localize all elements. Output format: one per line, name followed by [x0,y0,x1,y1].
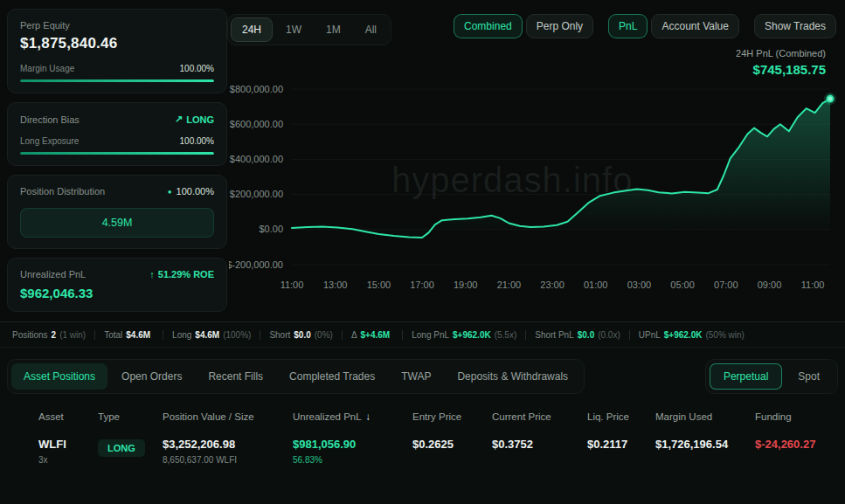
trend-up-icon: ↗ [175,114,183,125]
tab-deposits-withdrawals[interactable]: Deposits & Withdrawals [445,363,580,390]
long-exposure-value: 100.00% [180,136,214,146]
svg-text:$600,000.00: $600,000.00 [230,119,283,129]
svg-text:11:00: 11:00 [281,280,304,290]
tab-recent-fills[interactable]: Recent Fills [196,363,275,390]
market-tab-spot[interactable]: Spot [784,363,834,390]
svg-text:23:00: 23:00 [540,280,564,290]
range-tab-1m[interactable]: 1M [315,17,352,42]
positions-section: hyperdash Positions 2 (1 win) Total $4.6… [0,321,845,504]
cell-liq-price: $0.2117 [587,438,655,451]
cell-current-price: $0.3752 [492,438,587,451]
perp-equity-label: Perp Equity [20,20,214,31]
pnl-chart[interactable]: $800,000.00$600,000.00$400,000.00$200,00… [229,70,840,302]
toggle-perp-only[interactable]: Perp Only [526,14,593,38]
svg-text:15:00: 15:00 [367,280,391,290]
market-tab-perpetual[interactable]: Perpetual [710,363,782,390]
col-funding[interactable]: Funding [755,411,831,422]
svg-text:05:00: 05:00 [670,280,695,290]
col-position-value[interactable]: Position Value / Size [163,411,293,422]
margin-usage-label: Margin Usage [20,64,74,73]
tab-twap[interactable]: TWAP [389,363,443,390]
range-tab-all[interactable]: All [354,17,388,42]
svg-text:21:00: 21:00 [497,280,522,290]
account-summary-sidebar: Perp Equity $1,875,840.46 Margin Usage 1… [7,9,227,312]
cell-position-value: $3,252,206.98 8,650,637.00 WLFI [163,438,293,465]
position-distribution-value: ● 100.00% [168,186,214,197]
col-asset[interactable]: Asset [38,411,98,422]
tab-open-orders[interactable]: Open Orders [109,363,194,390]
stat-total: Total $4.6M [95,330,163,340]
direction-bias-value: ↗ LONG [175,114,214,125]
svg-text:03:00: 03:00 [627,280,652,290]
svg-text:11:00: 11:00 [801,280,825,290]
stat-positions: Positions 2 (1 win) [12,330,95,340]
col-type[interactable]: Type [98,411,163,422]
stat-short-pnl: Short PnL $0.0 (0.0x) [526,330,630,340]
range-tab-1w[interactable]: 1W [274,17,313,42]
position-row[interactable]: WLFI 3x LONG $3,252,206.98 8,650,637.00 … [38,438,831,465]
toggle-pnl[interactable]: PnL [608,14,648,38]
col-current-price[interactable]: Current Price [492,411,587,422]
sort-desc-icon: ↓ [365,411,371,422]
pnl-chart-canvas[interactable]: $800,000.00$600,000.00$400,000.00$200,00… [229,70,840,302]
roe-value: ↑ 51.29% ROE [149,269,214,280]
svg-text:09:00: 09:00 [758,280,782,290]
tab-completed-trades[interactable]: Completed Trades [277,363,387,390]
perp-equity-card: Perp Equity $1,875,840.46 Margin Usage 1… [7,9,227,93]
svg-text:17:00: 17:00 [410,280,434,290]
chart-toggles: Combined Perp Only PnL Account Value Sho… [454,14,836,38]
toggle-account-value[interactable]: Account Value [651,14,739,38]
direction-bias-card: Direction Bias ↗ LONG Long Exposure 100.… [7,102,227,166]
long-badge: LONG [98,439,145,457]
positions-table-header: Asset Type Position Value / Size Unreali… [38,404,831,431]
positions-stats-bar: Positions 2 (1 win) Total $4.6M Long $4.… [0,322,845,348]
col-liq-price[interactable]: Liq. Price [587,411,655,422]
stat-upnl: UPnL $+962.0K (50% win) [630,330,753,340]
position-distribution-label: Position Distribution [20,186,105,197]
position-size-button[interactable]: 4.59M [20,208,214,238]
stat-long: Long $4.6M (100%) [163,330,260,340]
cell-unrealized-pnl: $981,056.90 56.83% [293,438,412,465]
stat-delta: Δ $+4.6M [343,330,403,340]
margin-usage-bar-fill [20,79,214,82]
col-entry-price[interactable]: Entry Price [412,411,492,422]
svg-text:07:00: 07:00 [714,280,738,290]
long-exposure-label: Long Exposure [20,136,79,146]
cell-funding: $-24,260.27 [755,438,831,451]
unrealized-pnl-value: $962,046.33 [20,286,214,300]
margin-usage-bar [20,79,214,82]
time-range-tabs: 24H 1W 1M All [227,14,391,45]
pnl-summary-label: 24H PnL (Combined) [736,48,826,59]
positions-tab-group: Asset Positions Open Orders Recent Fills… [7,359,585,394]
toggle-show-trades[interactable]: Show Trades [754,14,836,38]
perp-equity-value: $1,875,840.46 [20,35,214,52]
toggle-combined[interactable]: Combined [454,14,523,38]
positions-table: Asset Type Position Value / Size Unreali… [0,404,845,465]
svg-text:19:00: 19:00 [454,280,478,290]
stat-long-pnl: Long PnL $+962.0K (5.5x) [403,330,526,340]
svg-text:$400,000.00: $400,000.00 [230,154,283,164]
unrealized-pnl-card: Unrealized PnL ↑ 51.29% ROE $962,046.33 [7,258,227,312]
leverage: 3x [38,455,98,465]
position-distribution-card: Position Distribution ● 100.00% 4.59M [7,175,227,249]
col-margin-used[interactable]: Margin Used [655,411,755,422]
svg-text:$200,000.00: $200,000.00 [230,189,283,199]
cell-type: LONG [98,438,163,457]
col-unrealized-pnl[interactable]: Unrealized PnL ↓ [293,411,412,422]
status-dot-icon: ● [168,188,172,196]
stat-short: Short $0.0 (0%) [260,330,343,340]
svg-text:$800,000.00: $800,000.00 [230,84,283,94]
cell-asset: WLFI 3x [38,438,98,465]
hyperdash-dashboard: Perp Equity $1,875,840.46 Margin Usage 1… [0,0,845,504]
tab-asset-positions[interactable]: Asset Positions [11,363,107,390]
cell-margin-used: $1,726,196.54 [655,438,755,451]
range-tab-24h[interactable]: 24H [231,17,273,42]
long-exposure-bar-fill [20,152,214,155]
cell-entry-price: $0.2625 [412,438,492,451]
positions-tabs-row: Asset Positions Open Orders Recent Fills… [0,348,845,394]
svg-text:$-200,000.00: $-200,000.00 [229,259,283,270]
overview-section: Perp Equity $1,875,840.46 Margin Usage 1… [0,0,845,321]
arrow-up-icon: ↑ [149,269,155,280]
svg-text:13:00: 13:00 [323,280,348,290]
margin-usage-value: 100.00% [180,64,214,73]
